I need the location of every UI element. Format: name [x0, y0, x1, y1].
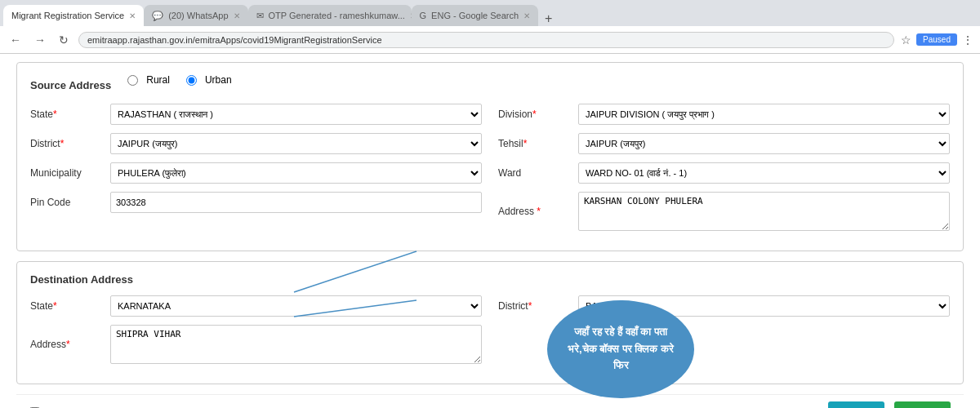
tab-whatsapp-close[interactable]: ✕	[234, 11, 240, 20]
source-row-1: State* RAJASTHAN ( राजस्थान ) Division* …	[30, 104, 950, 125]
page-content: Source Address Rural Urban State* RAJAST…	[0, 54, 980, 408]
source-ward-label: Ward	[498, 167, 572, 179]
dest-row-2: Address* SHIPRA VIHAR जहाँ रह रहे हैं वह…	[30, 325, 950, 364]
source-pincode-label: Pin Code	[30, 197, 104, 208]
source-address-title: Source Address	[30, 79, 111, 91]
source-address-section: Source Address Rural Urban State* RAJAST…	[16, 62, 964, 251]
destination-address-title: Destination Address	[30, 273, 950, 286]
source-district-label: District*	[30, 138, 104, 149]
urban-label: Urban	[205, 74, 232, 86]
tab-google-label: ENG - Google Search	[431, 11, 519, 20]
annotation-text: जहाँ रह रहे हैं वहाँ का पता भरे,चेक बॉक्…	[559, 324, 683, 375]
tab-google-icon: G	[420, 11, 427, 20]
tab-whatsapp[interactable]: 💬 (20) WhatsApp ✕	[144, 5, 247, 26]
source-ward-select[interactable]: WARD NO- 01 (वार्ड नं. - 1)	[578, 162, 950, 184]
source-division-group: Division* JAIPUR DIVISION ( जयपुर प्रभाग…	[498, 104, 950, 125]
rural-label: Rural	[146, 74, 170, 86]
address-bar[interactable]	[78, 32, 894, 48]
action-buttons: Submit Cancel	[828, 401, 951, 408]
source-district-group: District* JAIPUR (जयपुर)	[30, 133, 482, 154]
tab-bar: Migrant Registration Service ✕ 💬 (20) Wh…	[0, 0, 980, 26]
tab-otp[interactable]: ✉ OTP Generated - rameshkumaw... ✕	[248, 5, 412, 26]
source-district-select[interactable]: JAIPUR (जयपुर)	[110, 133, 482, 154]
back-button[interactable]: ←	[7, 32, 24, 48]
source-municipality-label: Municipality	[30, 167, 104, 179]
tab-migrant[interactable]: Migrant Registration Service ✕	[3, 5, 144, 26]
source-ward-group: Ward WARD NO- 01 (वार्ड नं. - 1)	[498, 162, 950, 184]
source-state-select[interactable]: RAJASTHAN ( राजस्थान )	[110, 104, 482, 125]
source-row-3: Municipality PHULERA (फुलेरा) Ward WARD …	[30, 162, 950, 184]
source-tehsil-select[interactable]: JAIPUR (जयपुर)	[578, 133, 950, 154]
dest-state-group: State* KARNATAKA	[30, 295, 482, 317]
annotation-bubble: जहाँ रह रहे हैं वहाँ का पता भरे,चेक बॉक्…	[547, 300, 694, 398]
urban-radio[interactable]	[186, 75, 197, 86]
source-address-header: Source Address Rural Urban	[30, 74, 950, 95]
bottom-bar: The information provided by me is true t…	[16, 394, 964, 408]
source-division-select[interactable]: JAIPUR DIVISION ( जयपुर प्रभाग )	[578, 104, 950, 125]
forward-button[interactable]: →	[31, 32, 49, 48]
tab-otp-label: OTP Generated - rameshkumaw...	[269, 11, 405, 20]
submit-button[interactable]: Submit	[828, 401, 884, 408]
source-pincode-input[interactable]	[110, 192, 482, 213]
urban-radio-label[interactable]: Urban	[186, 74, 232, 86]
dest-state-label: State*	[30, 300, 104, 312]
new-tab-button[interactable]: +	[538, 11, 559, 26]
toolbar-icons: ☆ Paused ⋮	[901, 33, 973, 47]
bookmark-icon[interactable]: ☆	[901, 33, 911, 47]
source-municipality-select[interactable]: PHULERA (फुलेरा)	[110, 162, 482, 184]
dest-row-1: State* KARNATAKA District* BANGALORE	[30, 295, 950, 317]
source-row-2: District* JAIPUR (जयपुर) Tehsil* JAIPUR …	[30, 133, 950, 154]
source-pincode-group: Pin Code	[30, 192, 482, 213]
cancel-button[interactable]: Cancel	[894, 401, 951, 408]
source-state-group: State* RAJASTHAN ( राजस्थान )	[30, 104, 482, 125]
source-division-label: Division*	[498, 109, 572, 120]
source-address-label: Address *	[498, 206, 572, 217]
dest-address-group: Address* SHIPRA VIHAR	[30, 325, 482, 364]
menu-icon[interactable]: ⋮	[962, 33, 973, 47]
source-row-4: Pin Code Address * <span class="karshan-…	[30, 192, 950, 231]
tab-whatsapp-label: (20) WhatsApp	[168, 11, 228, 20]
rural-radio-label[interactable]: Rural	[127, 74, 170, 86]
dest-state-select[interactable]: KARNATAKA	[110, 295, 482, 317]
paused-button[interactable]: Paused	[916, 33, 957, 46]
tab-migrant-close[interactable]: ✕	[129, 11, 136, 20]
tab-whatsapp-icon: 💬	[152, 11, 163, 21]
source-state-label: State*	[30, 109, 104, 120]
dest-district-label: District*	[498, 300, 572, 312]
source-address-group: Address * <span class="karshan-link">KAR…	[498, 192, 950, 231]
source-tehsil-label: Tehsil*	[498, 138, 572, 149]
rural-radio[interactable]	[127, 75, 138, 86]
tab-google[interactable]: G ENG - Google Search ✕	[412, 5, 539, 26]
source-municipality-group: Municipality PHULERA (फुलेरा)	[30, 162, 482, 184]
tab-otp-icon: ✉	[256, 11, 264, 21]
destination-address-section: Destination Address State* KARNATAKA Dis…	[16, 261, 964, 384]
address-bar-row: ← → ↻ ☆ Paused ⋮	[0, 26, 980, 54]
dest-address-label: Address*	[30, 339, 104, 350]
tab-google-close[interactable]: ✕	[523, 11, 530, 20]
tab-migrant-label: Migrant Registration Service	[11, 11, 124, 20]
source-address-textarea[interactable]: <span class="karshan-link">KARSHAN</span…	[578, 192, 950, 231]
dest-address-textarea[interactable]: SHIPRA VIHAR	[110, 325, 482, 364]
source-tehsil-group: Tehsil* JAIPUR (जयपुर)	[498, 133, 950, 154]
svg-line-0	[294, 251, 416, 292]
browser-chrome: Migrant Registration Service ✕ 💬 (20) Wh…	[0, 0, 980, 54]
dest-district-group: District* BANGALORE	[498, 295, 950, 317]
reload-button[interactable]: ↻	[56, 32, 72, 48]
